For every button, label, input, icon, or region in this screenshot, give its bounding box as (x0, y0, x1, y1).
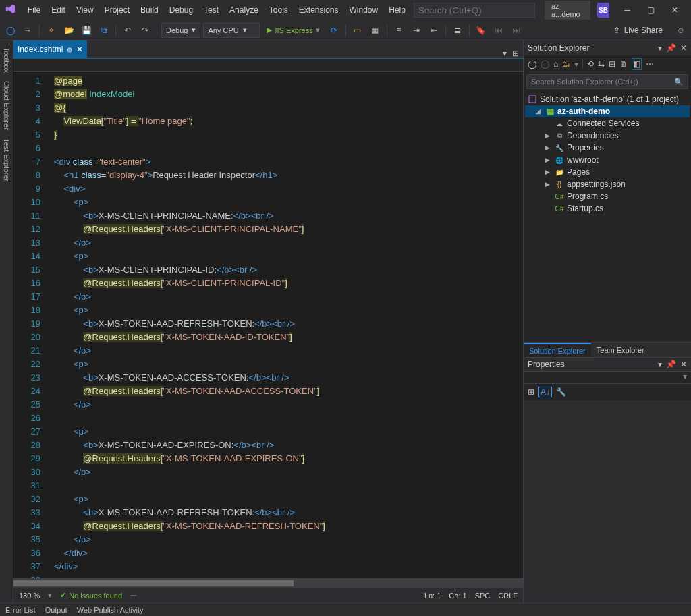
next-bookmark-icon[interactable]: ⏭ (509, 23, 524, 38)
run-button[interactable]: ▶IIS Express▾ (262, 26, 323, 34)
code-line[interactable]: <p> (54, 493, 523, 506)
chevron-down-icon[interactable]: ◢ (536, 108, 543, 115)
project-node[interactable]: ◢ ▦ az-auth-demo (525, 105, 690, 117)
browser-link-icon[interactable]: ▭ (350, 23, 365, 38)
platform-combo[interactable]: Any CPU▾ (203, 23, 260, 38)
config-combo[interactable]: Debug▾ (161, 23, 200, 38)
indent-mode[interactable]: SPC (475, 592, 491, 600)
code-line[interactable]: <div class="text-center"> (54, 155, 523, 169)
code-line[interactable]: @Request.Headers["X-MS-TOKEN-AAD-ID-TOKE… (54, 331, 523, 344)
global-search-input[interactable] (418, 5, 532, 16)
code-line[interactable]: @{ (54, 101, 523, 115)
fwd-icon[interactable]: ◯ (541, 59, 549, 69)
menu-view[interactable]: View (71, 3, 99, 18)
code-line[interactable]: </p> (54, 344, 523, 358)
properties-combo[interactable]: ▾ (524, 372, 691, 384)
code-line[interactable]: @page (54, 74, 523, 88)
code-line[interactable] (54, 573, 523, 578)
tab-solution-explorer[interactable]: Solution Explorer (524, 343, 591, 357)
solution-node[interactable]: Solution 'az-auth-demo' (1 of 1 project) (525, 93, 690, 105)
minimize-button[interactable]: ─ (616, 0, 638, 20)
code-line[interactable]: </p> (54, 290, 523, 304)
close-pane-icon[interactable]: ✕ (680, 43, 687, 53)
bottom-tab-web-publish-activity[interactable]: Web Publish Activity (77, 606, 144, 614)
code-line[interactable] (54, 479, 523, 493)
menu-build[interactable]: Build (135, 3, 164, 18)
tree-node[interactable]: ▶🌐wwwroot (525, 154, 690, 166)
new-project-icon[interactable]: ✧ (44, 23, 59, 38)
code-editor[interactable]: 1234567891011121314151617181920212223242… (13, 72, 523, 578)
horizontal-scrollbar[interactable] (13, 578, 523, 588)
code-line[interactable]: ViewData["Title"] = "Home page"; (54, 115, 523, 128)
tree-node[interactable]: ▶📁Pages (525, 166, 690, 178)
menu-edit[interactable]: Edit (46, 3, 71, 18)
properties-grid[interactable] (524, 400, 691, 603)
code-line[interactable]: <b>X-MS-TOKEN-AAD-REFRESH-TOKEN:</b><br … (54, 506, 523, 520)
tree-node[interactable]: ▶{}appsettings.json (525, 178, 690, 190)
bookmark-icon[interactable]: 🔖 (474, 23, 489, 38)
chevron-right-icon[interactable]: ▶ (545, 132, 552, 139)
code-line[interactable]: @Request.Headers["X-MS-CLIENT-PRINCIPAL-… (54, 223, 523, 236)
show-all-icon[interactable]: 🗎 (619, 59, 628, 69)
chevron-right-icon[interactable]: ▶ (545, 144, 552, 151)
maximize-button[interactable]: ▢ (640, 0, 662, 20)
chevron-right-icon[interactable]: ▶ (545, 169, 552, 175)
code-line[interactable]: } (54, 128, 523, 142)
feedback-icon[interactable]: ☺ (673, 23, 688, 38)
navigation-bar[interactable] (13, 58, 523, 72)
refresh-icon[interactable]: ⟳ (327, 23, 341, 38)
menu-tools[interactable]: Tools (264, 3, 294, 18)
indent-icon[interactable]: ⇥ (409, 23, 424, 38)
redo-icon[interactable]: ↷ (138, 23, 153, 38)
tree-node[interactable]: C#Startup.cs (525, 202, 690, 215)
code-line[interactable]: </p> (54, 236, 523, 250)
pin-icon[interactable]: ⊕ (67, 46, 72, 53)
line-endings[interactable]: CRLF (498, 592, 518, 600)
code-line[interactable]: <p> (54, 304, 523, 317)
sidestrip-cloud-explorer[interactable]: Cloud Explorer (3, 77, 11, 134)
open-icon[interactable]: 📂 (61, 23, 76, 38)
sync-icon[interactable]: ⟲ (587, 59, 594, 69)
bottom-tab-output[interactable]: Output (45, 606, 67, 614)
back-icon[interactable]: ◯ (528, 59, 536, 69)
chevron-right-icon[interactable]: ▶ (545, 157, 552, 163)
categorized-icon[interactable]: ⊞ (528, 387, 534, 397)
code-line[interactable] (54, 412, 523, 425)
code-line[interactable]: </p> (54, 398, 523, 412)
close-button[interactable]: ✕ (663, 0, 686, 20)
code-line[interactable]: @Request.Headers["X-MS-TOKEN-AAD-REFRESH… (54, 520, 523, 533)
code-line[interactable]: <p> (54, 250, 523, 263)
tree-node[interactable]: ▶🔧Properties (525, 142, 690, 154)
code-line[interactable]: <p> (54, 358, 523, 371)
user-avatar[interactable]: SB (597, 3, 609, 18)
code-line[interactable]: <b>X-MS-TOKEN-AAD-ACCESS-TOKEN:</b><br /… (54, 371, 523, 385)
code-line[interactable]: <b>X-MS-TOKEN-AAD-EXPIRES-ON:</b><br /> (54, 439, 523, 452)
code-line[interactable]: <b>X-MS-CLIENT-PRINCIPAL-NAME:</b><br /> (54, 209, 523, 223)
nav-fwd-icon[interactable]: → (20, 23, 35, 38)
prop-pages-icon[interactable]: 🔧 (556, 387, 566, 397)
tree-node[interactable]: C#Program.cs (525, 190, 690, 202)
outdent-icon[interactable]: ⇤ (426, 23, 441, 38)
code-line[interactable]: <p> (54, 425, 523, 439)
global-search[interactable] (414, 3, 535, 18)
solution-tree[interactable]: Solution 'az-auth-demo' (1 of 1 project)… (524, 90, 691, 342)
code-line[interactable]: </p> (54, 466, 523, 479)
collapse-icon[interactable]: ⊟ (609, 59, 615, 69)
code-line[interactable] (54, 142, 523, 155)
code-area[interactable]: @page@model IndexModel@{ ViewData["Title… (54, 72, 523, 578)
tabs-overflow-icon[interactable]: ▾ (503, 49, 507, 58)
tree-node[interactable]: ☁Connected Services (525, 117, 690, 130)
dropdown-icon[interactable]: ▾ (658, 360, 662, 369)
issues-indicator[interactable]: ✔No issues found (60, 591, 122, 600)
promote-tab-icon[interactable]: ⊞ (512, 49, 519, 58)
menu-window[interactable]: Window (344, 3, 384, 18)
menu-test[interactable]: Test (198, 3, 224, 18)
sidestrip-test-explorer[interactable]: Test Explorer (3, 134, 11, 186)
menu-debug[interactable]: Debug (164, 3, 198, 18)
code-line[interactable]: <b>X-MS-CLIENT-PRINCIPAL-ID:</b><br /> (54, 263, 523, 277)
menu-analyze[interactable]: Analyze (224, 3, 264, 18)
tree-node[interactable]: ▶⧉Dependencies (525, 130, 690, 142)
alphabetical-icon[interactable]: A↓ (538, 387, 552, 397)
bottom-tab-error-list[interactable]: Error List (5, 606, 36, 614)
sidestrip-toolbox[interactable]: Toolbox (3, 43, 11, 77)
